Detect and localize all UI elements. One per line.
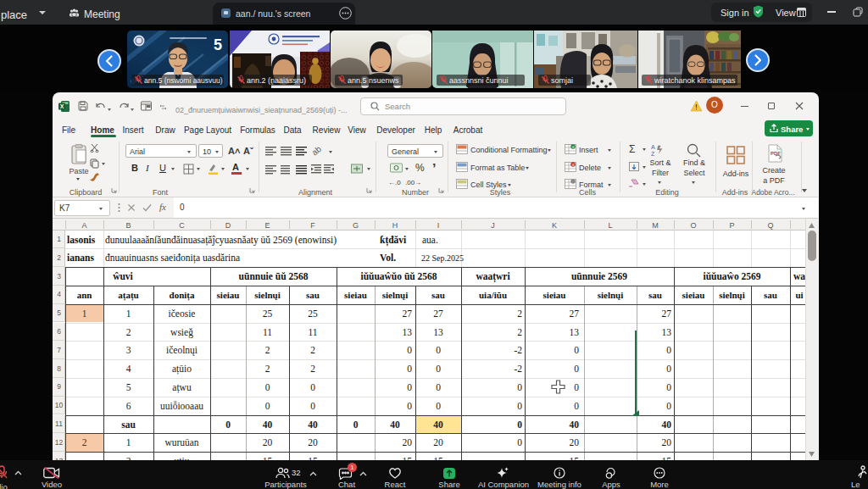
svg-text:A: A: [651, 144, 655, 150]
svg-text:somjai: somjai: [551, 76, 573, 85]
svg-text:ann.2 (naaiassru): ann.2 (naaiassru): [247, 76, 306, 85]
svg-text:Z: Z: [651, 151, 655, 157]
svg-text:ann.5 (nswomi aausvuu): ann.5 (nswomi aausvuu): [144, 76, 223, 85]
svg-text:5: 5: [214, 36, 222, 53]
svg-text:aassnnsni čunnui: aassnnsni čunnui: [449, 76, 509, 85]
svg-text:x: x: [572, 162, 575, 167]
svg-text:+: +: [571, 144, 574, 149]
svg-text:wiratchanok klinsampas: wiratchanok klinsampas: [654, 76, 736, 85]
svg-text:ab: ab: [313, 146, 323, 156]
svg-text:ann.5 nsuenws: ann.5 nsuenws: [348, 76, 399, 85]
svg-text:X: X: [60, 103, 64, 109]
